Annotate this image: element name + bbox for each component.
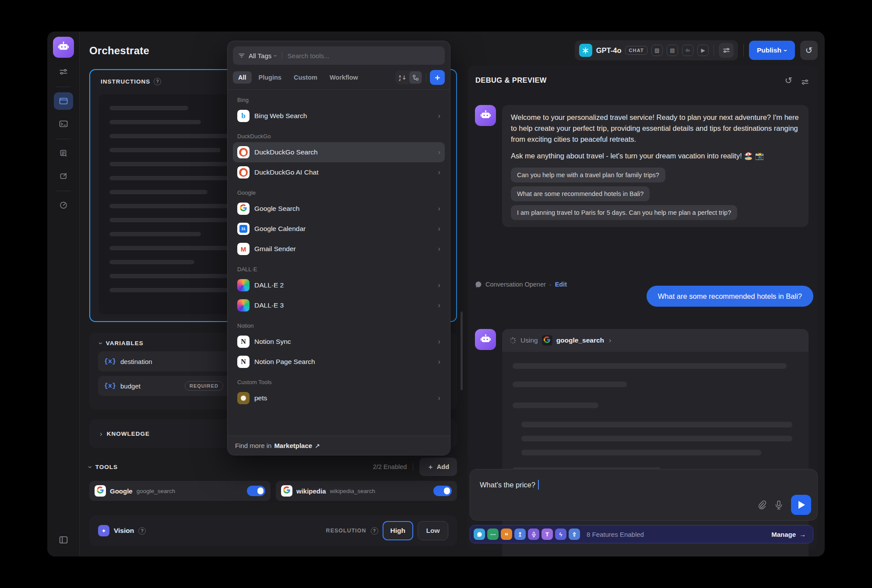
send-icon	[798, 501, 805, 509]
conversation-opener-feature-icon	[474, 528, 485, 540]
bot-response-message: Using google_search ›	[475, 329, 809, 556]
suggested-questions-feature-icon: ⋯	[487, 528, 499, 540]
suggested-question-chip[interactable]: What are some recommended hotels in Bali…	[511, 186, 650, 201]
welcome-paragraph: Welcome to your personalized travel serv…	[511, 112, 800, 145]
tab-plugins[interactable]: Plugins	[253, 71, 287, 84]
required-badge: REQUIRED	[185, 381, 223, 391]
chat-input-value[interactable]: What's the price?	[480, 481, 535, 489]
tag-filter-dropdown[interactable]: All Tags ›	[249, 52, 277, 60]
chevron-down-icon: ›	[273, 55, 278, 56]
chevron-down-icon[interactable]: ›	[87, 466, 94, 468]
loading-spinner-icon	[509, 337, 517, 344]
tool-search-input[interactable]: Search tools...	[288, 52, 330, 60]
resolution-high-button[interactable]: High	[383, 521, 413, 540]
group-by-provider-icon[interactable]	[409, 71, 422, 84]
send-button[interactable]	[791, 495, 811, 515]
tab-all[interactable]: All	[233, 71, 252, 84]
marketplace-footer[interactable]: Find more in Marketplace ↗	[228, 436, 450, 455]
model-parameters-icon[interactable]	[719, 43, 734, 58]
sort-alphabetical-icon[interactable]: AZ	[396, 71, 408, 84]
tool-picker-tabs: All Plugins Custom Workflow AZ ＋	[233, 70, 445, 85]
tool-row-google-search[interactable]: Google Search ›	[233, 199, 445, 219]
resolution-low-button[interactable]: Low	[418, 521, 448, 540]
chevron-right-icon: ›	[438, 204, 440, 213]
attachment-icon[interactable]	[757, 500, 767, 510]
chevron-right-icon: ›	[438, 301, 440, 310]
chat-input[interactable]: What's the price?	[470, 469, 818, 521]
tab-custom[interactable]: Custom	[288, 71, 323, 84]
suggested-question-chip[interactable]: I am planning travel to Paris for 5 days…	[511, 205, 737, 220]
tool-row-dalle-3[interactable]: DALL·E 3 ›	[233, 295, 445, 315]
using-label: Using	[520, 336, 538, 344]
vision-title: Vision	[114, 527, 134, 535]
tool-row-gmail-sender[interactable]: M Gmail Sender ›	[233, 239, 445, 259]
chevron-right-icon: ›	[438, 337, 440, 346]
divider	[413, 463, 413, 471]
provider-label-duckduckgo: DuckDuckGo	[233, 133, 445, 140]
help-icon[interactable]: ?	[138, 527, 146, 535]
tool-row-bing-web-search[interactable]: b Bing Web Search ›	[233, 106, 445, 126]
google-icon	[95, 485, 106, 497]
divider	[426, 74, 426, 81]
variables-title: VARIABLES	[106, 340, 144, 346]
page-title: Orchestrate	[89, 45, 149, 57]
tool-card-wikipedia[interactable]: wikipedia wikipedia_search	[276, 481, 457, 501]
chevron-down-icon[interactable]: ›	[97, 342, 105, 345]
rail-divider	[56, 191, 71, 191]
create-tool-button[interactable]: ＋	[430, 70, 445, 85]
provider-label-google: Google	[233, 189, 445, 196]
openai-logo-icon	[579, 44, 592, 57]
suggested-questions: Can you help me with a travel plan for f…	[511, 168, 800, 220]
tool-row-notion-page-search[interactable]: N Notion Page Search ›	[233, 352, 445, 372]
chevron-right-icon: ›	[438, 357, 440, 366]
citations-feature-icon: “	[501, 528, 512, 540]
duckduckgo-icon	[237, 166, 250, 178]
chevron-right-icon: ›	[438, 245, 440, 253]
help-icon[interactable]: ?	[371, 527, 378, 535]
rail-item-monitoring[interactable]	[54, 196, 73, 214]
knowledge-title: KNOWLEDGE	[107, 430, 150, 437]
tool-row-duckduckgo-ai-chat[interactable]: DuckDuckGo AI Chat ›	[233, 162, 445, 182]
marketplace-link[interactable]: Marketplace	[274, 442, 312, 449]
restart-conversation-icon[interactable]: ↺	[784, 75, 792, 86]
add-tool-button[interactable]: ＋ Add	[419, 458, 457, 476]
orchestrate-settings-icon[interactable]	[54, 63, 73, 80]
tool-row-pets[interactable]: pets ›	[233, 388, 445, 408]
tool-row-notion-sync[interactable]: N Notion Sync ›	[233, 332, 445, 352]
tool-list: Bing b Bing Web Search › DuckDuckGo Duck…	[233, 90, 445, 431]
edit-opener-link[interactable]: Edit	[555, 281, 567, 288]
rail-item-annotations[interactable]	[54, 167, 73, 185]
provider-label-notion: Notion	[233, 322, 445, 329]
tool-search-bar[interactable]: All Tags › Search tools...	[233, 46, 445, 65]
text-to-speech-feature-icon: T	[541, 528, 553, 540]
model-selector[interactable]: GPT-4o CHAT ▨ ▤ ılıı ▶	[575, 40, 738, 60]
rail-item-orchestrate[interactable]	[54, 92, 73, 110]
quick-replies-feature-icon: ϟ	[555, 528, 566, 540]
rail-divider	[56, 87, 71, 87]
tools-title: TOOLS	[95, 464, 118, 470]
wikipedia-tool-toggle[interactable]	[433, 486, 452, 496]
tool-row-duckduckgo-search[interactable]: DuckDuckGo Search ›	[233, 142, 445, 162]
rail-item-terminal[interactable]	[54, 115, 73, 133]
tool-row-dalle-2[interactable]: DALL·E 2 ›	[233, 275, 445, 295]
debug-settings-icon[interactable]	[801, 77, 809, 88]
tool-card-google[interactable]: Google google_search	[89, 481, 271, 501]
help-icon[interactable]: ?	[154, 78, 161, 85]
app-window: Orchestrate GPT-4o CHAT ▨ ▤ ılıı ▶ Publi…	[47, 32, 825, 556]
version-history-button[interactable]: ↺	[800, 41, 818, 60]
features-bar[interactable]: ⋯ “ ↥ T ϟ ⇧ 8 Features Enabled Manage→	[470, 525, 813, 543]
manage-features-button[interactable]: Manage→	[771, 531, 809, 538]
google-tool-toggle[interactable]	[247, 486, 265, 496]
notion-icon: N	[237, 356, 250, 368]
rail-item-logs[interactable]	[54, 144, 73, 162]
variable-icon: {x}	[104, 382, 116, 390]
publish-button[interactable]: Publish›	[749, 41, 795, 60]
collapse-panel-icon[interactable]	[54, 531, 73, 549]
tool-call-status[interactable]: Using google_search ›	[502, 329, 809, 352]
tool-row-google-calendar[interactable]: 31 Google Calendar ›	[233, 219, 445, 239]
scrollbar-thumb[interactable]	[461, 312, 463, 390]
suggested-question-chip[interactable]: Can you help me with a travel plan for f…	[511, 168, 665, 182]
app-logo-robot-icon[interactable]	[53, 37, 74, 58]
microphone-icon[interactable]	[774, 500, 783, 510]
tab-workflow[interactable]: Workflow	[324, 71, 363, 84]
